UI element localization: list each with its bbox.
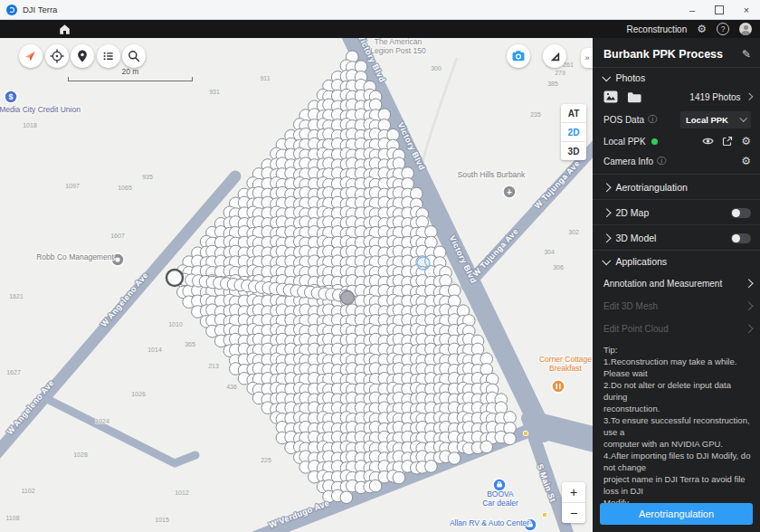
aerotriangulation-section-header[interactable]: Aerotriangulation	[603, 176, 751, 199]
svg-text:South Hills Burbank: South Hills Burbank	[458, 170, 526, 179]
house-number: 1010	[168, 321, 183, 328]
tip-text: Tip: 1.Reconstruction may take a while. …	[603, 344, 752, 508]
add-photos-button[interactable]	[603, 90, 618, 103]
reconstruction-sidebar: Burbank PPK Process ✎ Photos 14	[593, 38, 760, 532]
svg-text:+: +	[507, 187, 512, 197]
house-number: 1065	[118, 185, 132, 191]
user-avatar[interactable]	[739, 23, 752, 35]
map-canvas[interactable]: The AmericanLegion Post 150$Media City C…	[0, 38, 593, 532]
2d-map-toggle[interactable]	[731, 208, 751, 218]
house-number: 1627	[6, 369, 21, 375]
info-icon[interactable]: ⓘ	[657, 157, 666, 166]
house-number: 302	[568, 229, 579, 235]
traffic-signal-icon	[524, 432, 528, 436]
view-mode-2d[interactable]: 2D	[561, 123, 586, 142]
flight-end-point[interactable]	[341, 291, 355, 305]
chevron-down-icon	[603, 256, 611, 264]
pos-data-label: POS Data	[603, 115, 644, 125]
export-icon	[722, 136, 733, 147]
edit-point-cloud-item: Edit Point Cloud	[603, 318, 751, 338]
view-mode-switch: AT 2D 3D	[561, 104, 586, 160]
house-number: 911	[260, 75, 270, 81]
house-number: 213	[208, 363, 219, 369]
layer-list-button[interactable]	[97, 44, 120, 68]
flight-start-point[interactable]	[166, 270, 183, 286]
pos-data-dropdown[interactable]: Local PPK	[680, 111, 751, 128]
zoom-out-button[interactable]: −	[562, 503, 585, 523]
search-button[interactable]	[122, 44, 146, 68]
home-icon	[58, 23, 71, 36]
zoom-in-button[interactable]: +	[562, 482, 585, 503]
aerotriangulation-section-label: Aerotriangulation	[616, 182, 688, 193]
edit-project-name-icon[interactable]: ✎	[742, 49, 751, 60]
app-topbar: Reconstruction ⚙ ?	[0, 20, 760, 38]
tip-line: 3.To ensure successful reconstruction, u…	[603, 414, 752, 438]
svg-text:The American: The American	[375, 38, 423, 46]
view-mode-at[interactable]: AT	[561, 104, 586, 123]
close-button[interactable]: ×	[733, 0, 760, 19]
dji-terra-window: DJI Terra – × Reconstruction ⚙ ? The Ame…	[0, 0, 760, 532]
pin-button[interactable]	[71, 44, 94, 68]
screenshot-button[interactable]	[507, 44, 530, 68]
dji-terra-logo-icon	[6, 5, 17, 15]
house-number: 436	[226, 384, 237, 390]
camera-settings-gear-icon[interactable]: ⚙	[741, 156, 751, 166]
toggle-knob	[732, 234, 740, 242]
folder-icon	[627, 91, 641, 103]
chevron-right-icon	[603, 208, 611, 216]
divider	[593, 67, 760, 68]
compass-button[interactable]	[19, 44, 43, 68]
measure-tool-button[interactable]	[543, 44, 566, 68]
ppk-settings-gear-icon[interactable]: ⚙	[741, 136, 751, 147]
settings-gear-icon[interactable]: ⚙	[697, 24, 707, 34]
tip-line: computer with an NVIDIA GPU.	[603, 438, 752, 450]
scale-bar: 20 m	[68, 67, 193, 81]
help-icon[interactable]: ?	[717, 23, 729, 35]
map-pin-icon	[75, 49, 90, 63]
import-folder-button[interactable]	[627, 91, 641, 103]
3d-model-toggle[interactable]	[731, 233, 751, 243]
window-title: DJI Terra	[23, 5, 57, 14]
home-button[interactable]	[52, 21, 77, 37]
photos-section-header[interactable]: Photos	[603, 71, 751, 85]
chevron-down-icon	[603, 72, 611, 81]
photos-count-label: 1419 Photos	[689, 92, 740, 102]
map-area[interactable]: The AmericanLegion Post 150$Media City C…	[0, 38, 594, 532]
svg-text:Corner Cottage: Corner Cottage	[539, 355, 592, 364]
eye-icon	[702, 137, 714, 146]
house-number: 1108	[5, 515, 19, 521]
house-number: 1028	[73, 451, 88, 458]
house-number: 931	[209, 89, 220, 95]
poi-marker: $	[5, 90, 17, 103]
svg-text:$: $	[8, 92, 13, 101]
house-number: 385	[547, 81, 558, 87]
tip-line: 1.Reconstruction may take a while. Pleas…	[603, 356, 752, 379]
search-icon	[127, 49, 141, 63]
photos-count-link[interactable]: 1419 Photos	[689, 92, 751, 102]
2d-map-section-header[interactable]: 2D Map	[603, 201, 751, 224]
annotation-and-measurement-item[interactable]: Annotation and Measurement	[603, 273, 751, 293]
svg-text:Robb Co Management: Robb Co Management	[36, 252, 114, 261]
poi: The AmericanLegion Post 150	[370, 38, 426, 55]
minimize-button[interactable]: –	[679, 0, 706, 19]
maximize-button[interactable]	[706, 0, 733, 19]
traffic-signal-icon	[543, 513, 547, 518]
applications-section-header[interactable]: Applications	[603, 253, 751, 270]
chevron-down-icon	[739, 115, 746, 122]
svg-text:BOOVA: BOOVA	[487, 489, 514, 499]
sidebar-collapse-tab[interactable]: »	[581, 48, 594, 68]
locate-button[interactable]	[45, 44, 69, 68]
house-number: 306	[553, 264, 564, 271]
svg-text:Media City Credit Union: Media City Credit Union	[0, 105, 81, 114]
tip-line: reconstruction.	[603, 403, 752, 414]
export-ppk-button[interactable]	[722, 136, 733, 147]
info-icon[interactable]: ⓘ	[648, 115, 657, 124]
3d-model-section-header[interactable]: 3D Model	[603, 226, 751, 250]
gps-accuracy-circle	[417, 257, 430, 270]
house-number: 279	[555, 70, 565, 76]
divider	[593, 250, 760, 251]
aerotriangulation-start-button[interactable]: Aerotriangulation	[600, 503, 753, 525]
preview-ppk-button[interactable]	[702, 137, 714, 146]
view-mode-3d[interactable]: 3D	[561, 142, 586, 160]
locate-crosshair-icon	[49, 48, 65, 64]
